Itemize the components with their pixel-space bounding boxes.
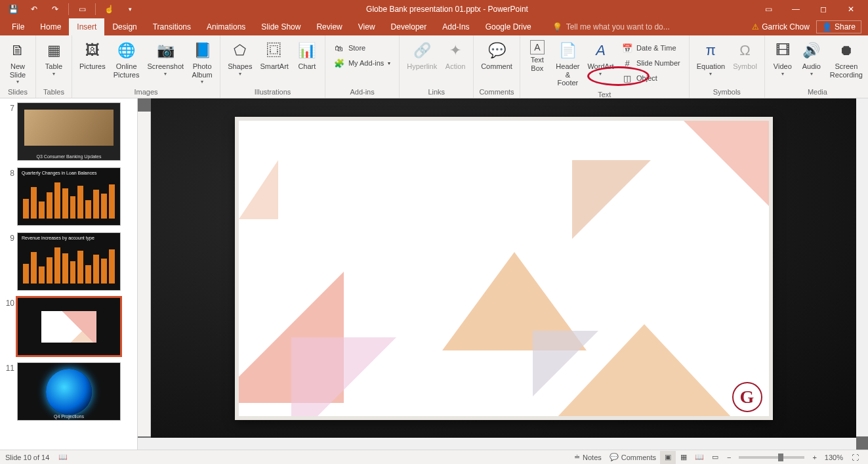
- table-icon: ▦: [43, 40, 64, 61]
- slide-thumbnail-11[interactable]: Q4 Projections: [17, 362, 121, 421]
- slide-thumbnail-8[interactable]: Quarterly Changes in Loan Balances: [17, 167, 121, 226]
- undo-button[interactable]: ↶: [25, 1, 43, 17]
- my-addins-label: My Add-ins: [348, 59, 384, 67]
- group-label-tables: Tables: [40, 87, 68, 98]
- screenshot-button[interactable]: 📷 Screenshot ▾: [144, 38, 188, 79]
- ribbon-display-options-button[interactable]: ▭: [755, 1, 781, 17]
- tab-transitions[interactable]: Transitions: [145, 18, 199, 35]
- online-pictures-icon: 🌐: [116, 40, 137, 61]
- audio-button[interactable]: 🔊 Audio ▾: [798, 38, 825, 79]
- thumb-number: 9: [3, 232, 14, 243]
- chart-label: Chart: [298, 62, 316, 71]
- smartart-button[interactable]: ⿴ SmartArt: [257, 38, 291, 73]
- tab-file[interactable]: File: [4, 18, 32, 35]
- maximize-button[interactable]: ◻: [810, 1, 837, 17]
- slide-thumbnail-10[interactable]: [17, 297, 121, 356]
- share-button[interactable]: 👤 Share: [816, 20, 861, 33]
- slide-thumbnail-7[interactable]: Q3 Consumer Banking Updates: [17, 102, 121, 161]
- group-label-slides: Slides: [4, 87, 31, 98]
- photo-album-button[interactable]: 📘 Photo Album ▾: [188, 38, 216, 87]
- table-button[interactable]: ▦ Table ▾: [40, 38, 68, 79]
- tab-slide-show[interactable]: Slide Show: [253, 18, 308, 35]
- smartart-icon: ⿴: [264, 40, 285, 61]
- new-slide-button[interactable]: 🗎 New Slide ▾: [4, 38, 31, 87]
- tab-view[interactable]: View: [350, 18, 383, 35]
- shapes-label: Shapes: [228, 62, 252, 71]
- current-slide[interactable]: G: [235, 117, 773, 420]
- group-label-illustrations: Illustrations: [224, 87, 321, 98]
- slide-thumbnail-9[interactable]: Revenue increases by account type: [17, 232, 121, 291]
- tab-home[interactable]: Home: [32, 18, 69, 35]
- chart-button[interactable]: 📊 Chart: [293, 38, 321, 73]
- equation-icon: π: [700, 40, 721, 61]
- zoom-slider[interactable]: [739, 456, 804, 459]
- vertical-scrollbar[interactable]: [856, 98, 868, 436]
- online-pictures-button[interactable]: 🌐 Online Pictures: [110, 38, 143, 81]
- reading-view-button[interactable]: 📖: [692, 451, 707, 464]
- zoom-slider-thumb[interactable]: [778, 453, 783, 461]
- new-slide-label: New Slide: [10, 62, 26, 79]
- equation-button[interactable]: π Equation ▾: [693, 38, 728, 79]
- my-addins-button[interactable]: 🧩 My Add-ins ▾: [329, 56, 395, 70]
- slide-number-button[interactable]: # Slide Number: [617, 56, 685, 70]
- object-icon: ◫: [622, 73, 632, 83]
- new-slide-icon: 🗎: [7, 40, 28, 61]
- tell-me-search[interactable]: 💡 Tell me what you want to do...: [539, 18, 753, 35]
- normal-view-button[interactable]: ▣: [660, 451, 676, 464]
- tab-add-ins[interactable]: Add-Ins: [434, 18, 477, 35]
- share-icon: 👤: [822, 22, 832, 32]
- slideshow-view-button[interactable]: ▭: [707, 451, 723, 464]
- wordart-button[interactable]: A WordArt ▾: [585, 38, 616, 79]
- store-icon: 🛍: [334, 43, 344, 53]
- comments-toggle[interactable]: 💬 Comments: [606, 450, 660, 465]
- tab-google-drive[interactable]: Google Drive: [478, 18, 539, 35]
- comment-button[interactable]: 💬 Comment: [478, 38, 516, 73]
- object-button[interactable]: ◫ Object: [617, 71, 685, 85]
- fit-to-window-button[interactable]: ⛶: [847, 451, 863, 464]
- slide-sorter-view-button[interactable]: ▦: [676, 451, 692, 464]
- pictures-button[interactable]: 🖼 Pictures: [76, 38, 109, 73]
- qat-customize-button[interactable]: ▾: [121, 1, 139, 17]
- thumb-caption: Q4 Projections: [18, 414, 120, 419]
- spellcheck-icon[interactable]: 📖: [58, 453, 68, 461]
- text-box-button[interactable]: A Text Box: [524, 38, 550, 74]
- action-icon: ✦: [445, 40, 466, 61]
- hyperlink-icon: 🔗: [411, 40, 432, 61]
- screen-recording-button[interactable]: ⏺ Screen Recording: [827, 38, 866, 81]
- video-button[interactable]: 🎞 Video ▾: [769, 38, 796, 79]
- tell-me-placeholder: Tell me what you want to do...: [566, 22, 670, 32]
- tab-developer[interactable]: Developer: [383, 18, 435, 35]
- close-button[interactable]: ✕: [838, 1, 864, 17]
- thumb-number: 8: [3, 167, 14, 178]
- slideshow-from-start-button[interactable]: ▭: [73, 1, 91, 17]
- tab-animations[interactable]: Animations: [199, 18, 253, 35]
- shapes-button[interactable]: ⬠ Shapes ▾: [224, 38, 255, 79]
- save-button[interactable]: 💾: [4, 1, 22, 17]
- audio-label: Audio: [802, 62, 821, 71]
- notes-toggle[interactable]: ≐ Notes: [570, 450, 606, 465]
- zoom-level-label[interactable]: 130%: [821, 453, 847, 461]
- redo-button[interactable]: ↷: [46, 1, 64, 17]
- action-label: Action: [445, 62, 466, 71]
- minimize-button[interactable]: —: [783, 1, 809, 17]
- table-label: Table: [45, 62, 62, 71]
- date-time-button[interactable]: 📅 Date & Time: [617, 41, 685, 55]
- header-footer-button[interactable]: 📄 Header & Footer: [552, 38, 584, 89]
- wordart-label: WordArt: [587, 62, 613, 71]
- touch-mouse-mode-button[interactable]: ☝: [100, 1, 118, 17]
- tab-review[interactable]: Review: [308, 18, 350, 35]
- share-label: Share: [835, 22, 856, 32]
- chart-icon: 📊: [297, 40, 318, 61]
- tab-insert[interactable]: Insert: [69, 18, 104, 35]
- tab-design[interactable]: Design: [104, 18, 144, 35]
- slide-thumbnails-panel[interactable]: 7Q3 Consumer Banking Updates8Quarterly C…: [0, 98, 138, 450]
- signed-in-user[interactable]: ⚠ Garrick Chow: [752, 22, 810, 32]
- zoom-out-button[interactable]: −: [723, 450, 735, 465]
- slide-number-label: Slide Number: [636, 59, 680, 67]
- zoom-in-button[interactable]: +: [808, 450, 820, 465]
- horizontal-scrollbar[interactable]: [138, 438, 856, 450]
- store-button[interactable]: 🛍 Store: [329, 41, 395, 55]
- photo-album-label: Photo Album: [192, 62, 213, 79]
- online-pictures-label: Online Pictures: [114, 62, 140, 79]
- thumb-number: 11: [3, 362, 14, 373]
